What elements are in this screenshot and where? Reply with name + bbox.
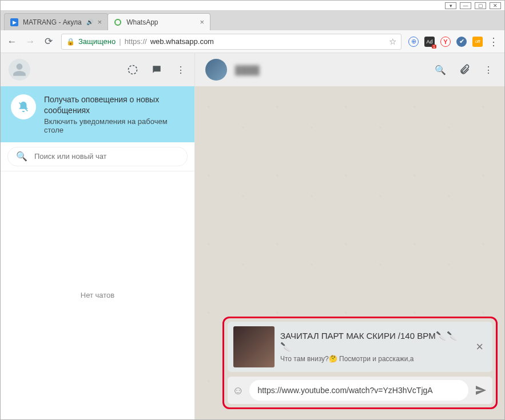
chat-header: ████ 🔍 ⋮ <box>195 53 504 86</box>
status-icon[interactable] <box>127 64 138 75</box>
tab-whatsapp[interactable]: WhatsApp × <box>108 13 210 30</box>
notification-text: Получать оповещения о новых сообщениях В… <box>44 94 184 134</box>
browser-window: ▾ — ▢ ✕ ▶ MATRANG - Акула 🔊 × WhatsApp ×… <box>0 0 505 420</box>
no-chats-label: Нет чатов <box>1 171 194 419</box>
svg-point-0 <box>129 66 137 74</box>
globe-icon[interactable]: ⊕ <box>408 37 419 47</box>
message-input[interactable] <box>249 380 468 401</box>
sidebar: ⋮ Получать оповещения о новых сообщениях… <box>1 53 195 419</box>
search-row: 🔍 <box>1 142 194 171</box>
new-chat-icon[interactable] <box>151 64 162 75</box>
toolbar: ← → ⟳ 🔒 Защищено | https://web.whatsapp.… <box>1 30 504 53</box>
composer-highlight: ЗАЧИТАЛ ПАРТ МАК СКИРИ /140 BPM🔪🔪🔪 Что т… <box>222 317 498 409</box>
notification-action[interactable]: Включить уведомления на рабочем столе <box>44 117 184 134</box>
os-minimize-button[interactable]: — <box>460 2 471 9</box>
secure-label: Защищено <box>78 37 116 46</box>
tab-label: WhatsApp <box>126 18 158 26</box>
os-titlebar: ▾ — ▢ ✕ <box>1 1 504 11</box>
emoji-icon[interactable]: ☺ <box>232 384 244 397</box>
lock-icon: 🔒 <box>66 38 75 46</box>
browser-menu-icon[interactable]: ⋮ <box>488 35 499 48</box>
sidebar-header: ⋮ <box>1 53 194 86</box>
adblock-icon[interactable]: Ad1 <box>424 37 435 47</box>
vk-icon[interactable]: ✔ <box>456 37 467 47</box>
separator: | <box>119 37 121 46</box>
close-icon[interactable]: × <box>200 18 205 26</box>
reload-button[interactable]: ⟳ <box>43 35 54 47</box>
composer-row: ☺ <box>228 377 492 404</box>
notification-banner[interactable]: Получать оповещения о новых сообщениях В… <box>1 86 194 142</box>
bookmark-icon[interactable]: ☆ <box>389 37 396 47</box>
tab-label: MATRANG - Акула <box>23 18 82 26</box>
notification-title: Получать оповещения о новых сообщениях <box>44 94 184 116</box>
bell-off-icon <box>11 94 36 119</box>
forward-button: → <box>25 36 36 47</box>
yandex-icon[interactable]: Y <box>440 37 451 47</box>
search-icon: 🔍 <box>16 151 27 162</box>
tab-matrang[interactable]: ▶ MATRANG - Акула 🔊 × <box>4 13 108 30</box>
extensions: ⊕ Ad1 Y ✔ off ⋮ <box>408 35 499 48</box>
send-button[interactable] <box>474 383 488 397</box>
address-bar[interactable]: 🔒 Защищено | https://web.whatsapp.com ☆ <box>61 34 401 50</box>
search-chat-icon[interactable]: 🔍 <box>435 64 446 75</box>
play-icon: ▶ <box>10 18 18 26</box>
url-protocol: https:// <box>125 37 147 46</box>
search-field[interactable] <box>34 152 179 161</box>
contact-avatar[interactable] <box>205 59 227 81</box>
os-dropdown-button[interactable]: ▾ <box>445 2 456 9</box>
os-maximize-button[interactable]: ▢ <box>475 2 486 9</box>
contact-name[interactable]: ████ <box>235 65 260 75</box>
dismiss-preview-icon[interactable]: × <box>472 339 487 354</box>
link-subtitle: Что там внизу?🤔 Посмотри и расскажи,а <box>280 355 467 363</box>
url-host: web.whatsapp.com <box>150 37 214 46</box>
chat-menu-icon[interactable]: ⋮ <box>483 64 494 75</box>
tab-strip: ▶ MATRANG - Акула 🔊 × WhatsApp × <box>1 11 504 30</box>
self-avatar[interactable] <box>9 59 30 81</box>
close-icon[interactable]: × <box>98 18 102 26</box>
back-button[interactable]: ← <box>6 36 18 47</box>
link-thumbnail <box>233 326 275 367</box>
link-preview: ЗАЧИТАЛ ПАРТ МАК СКИРИ /140 BPM🔪🔪🔪 Что т… <box>228 322 492 372</box>
audio-icon[interactable]: 🔊 <box>86 19 93 25</box>
menu-icon[interactable]: ⋮ <box>175 64 186 75</box>
attach-icon[interactable] <box>459 64 470 75</box>
link-title: ЗАЧИТАЛ ПАРТ МАК СКИРИ /140 BPM🔪🔪🔪 <box>280 331 467 353</box>
badge: 1 <box>432 45 436 49</box>
whatsapp-icon <box>114 18 122 26</box>
savefrom-icon[interactable]: off <box>472 37 483 47</box>
os-close-button[interactable]: ✕ <box>490 2 501 9</box>
search-input[interactable]: 🔍 <box>7 147 188 166</box>
